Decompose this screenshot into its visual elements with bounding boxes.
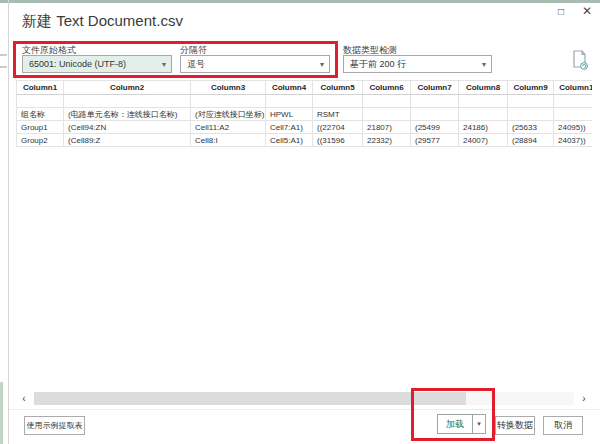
load-dropdown-button[interactable]: ▾ xyxy=(473,414,486,434)
column-header: Column3 xyxy=(191,81,266,95)
scroll-left-button[interactable]: ‹ xyxy=(16,392,32,405)
table-cell: HPWL xyxy=(266,108,313,121)
table-cell: Cell7:A1) xyxy=(266,121,313,134)
table-cell: (29577 xyxy=(411,134,459,147)
table-cell xyxy=(313,95,363,108)
delimiter-value: 逗号 xyxy=(187,58,205,71)
table-cell: 24186) xyxy=(459,121,508,134)
load-split-button: 加载 ▾ xyxy=(437,414,486,434)
table-cell xyxy=(508,95,554,108)
background-artifact xyxy=(0,54,7,56)
table-cell xyxy=(508,108,554,121)
column-header: Column5 xyxy=(313,81,363,95)
table-cell: 24007) xyxy=(459,134,508,147)
column-header: Column2 xyxy=(64,81,191,95)
scroll-right-button[interactable]: › xyxy=(576,392,592,405)
csv-import-dialog: □ ✕ 新建 Text Document.csv 文件原始格式 分隔符 数据类型… xyxy=(0,0,600,444)
table-cell: (28894 xyxy=(508,134,554,147)
chevron-down-icon: ▾ xyxy=(482,60,486,69)
table-cell xyxy=(191,95,266,108)
column-header: Column1 xyxy=(17,81,64,95)
data-type-detection-select[interactable]: 基于前 200 行 ▾ xyxy=(343,55,492,73)
table-row xyxy=(17,95,593,108)
column-header: Column7 xyxy=(411,81,459,95)
dialog-left-edge xyxy=(8,0,9,444)
table-cell: (对应连线接口坐标) xyxy=(191,108,266,121)
chevron-down-icon: ▾ xyxy=(320,60,324,69)
cancel-button[interactable]: 取消 xyxy=(543,416,583,435)
table-header-row: Column1 Column2 Column3 Column4 Column5 … xyxy=(17,81,593,95)
maximize-button[interactable]: □ xyxy=(549,3,573,19)
data-type-detection-value: 基于前 200 行 xyxy=(350,58,406,71)
delimiter-select[interactable]: 逗号 ▾ xyxy=(180,55,330,73)
table-cell: 22332) xyxy=(363,134,411,147)
extract-table-using-examples-button[interactable]: 使用示例提取表 xyxy=(24,416,85,435)
table-cell: (Cell89:Z xyxy=(64,134,191,147)
horizontal-scrollbar[interactable]: ‹ › xyxy=(16,392,592,405)
table-cell: RSMT xyxy=(313,108,363,121)
transform-data-button[interactable]: 转换数据 xyxy=(495,416,535,435)
table-cell xyxy=(363,108,411,121)
table-cell: Group2 xyxy=(17,134,64,147)
table-cell: Cell5:A1) xyxy=(266,134,313,147)
chevron-down-icon: ▾ xyxy=(162,60,166,69)
table-cell xyxy=(554,108,593,121)
dialog-top-edge xyxy=(0,0,600,3)
table-cell: (电路单元名称：连线接口名称) xyxy=(64,108,191,121)
table-row: Group1 (Cell94:ZN Cell11:A2 Cell7:A1) ((… xyxy=(17,121,593,134)
table-cell: 24037)) xyxy=(554,134,593,147)
table-row: 组名称 (电路单元名称：连线接口名称) (对应连线接口坐标) HPWL RSMT xyxy=(17,108,593,121)
table-cell: 21807) xyxy=(363,121,411,134)
column-header: Column10 xyxy=(554,81,593,95)
close-button[interactable]: ✕ xyxy=(576,3,598,19)
table-cell: ((22704 xyxy=(313,121,363,134)
background-artifact xyxy=(0,66,7,68)
table-cell xyxy=(411,108,459,121)
dialog-title: 新建 Text Document.csv xyxy=(22,12,183,31)
column-header: Column8 xyxy=(459,81,508,95)
table-cell xyxy=(554,95,593,108)
column-header: Column4 xyxy=(266,81,313,95)
table-cell: 组名称 xyxy=(17,108,64,121)
preview-pane-divider xyxy=(9,409,600,410)
table-row: Group2 (Cell89:Z Cell8:I Cell5:A1) ((315… xyxy=(17,134,593,147)
column-header: Column6 xyxy=(363,81,411,95)
table-cell: Cell8:I xyxy=(191,134,266,147)
table-cell: ((31596 xyxy=(313,134,363,147)
preview-table: Column1 Column2 Column3 Column4 Column5 … xyxy=(16,80,592,147)
table-cell: 24095)) xyxy=(554,121,593,134)
scrollbar-track[interactable] xyxy=(34,392,574,405)
background-window-sliver xyxy=(0,382,3,444)
table-cell: (25499 xyxy=(411,121,459,134)
column-header: Column9 xyxy=(508,81,554,95)
table-cell xyxy=(411,95,459,108)
file-origin-select[interactable]: 65001: Unicode (UTF-8) ▾ xyxy=(22,55,172,73)
load-button[interactable]: 加载 xyxy=(437,414,473,434)
refresh-file-icon[interactable] xyxy=(571,50,589,70)
table-cell xyxy=(459,108,508,121)
table-cell xyxy=(266,95,313,108)
table-cell: Group1 xyxy=(17,121,64,134)
table-cell: (25633 xyxy=(508,121,554,134)
scrollbar-thumb[interactable] xyxy=(34,392,466,405)
table-cell: (Cell94:ZN xyxy=(64,121,191,134)
table-cell: Cell11:A2 xyxy=(191,121,266,134)
table-cell xyxy=(459,95,508,108)
table-cell xyxy=(363,95,411,108)
table-cell xyxy=(17,95,64,108)
table-cell xyxy=(64,95,191,108)
file-origin-value: 65001: Unicode (UTF-8) xyxy=(29,59,126,69)
